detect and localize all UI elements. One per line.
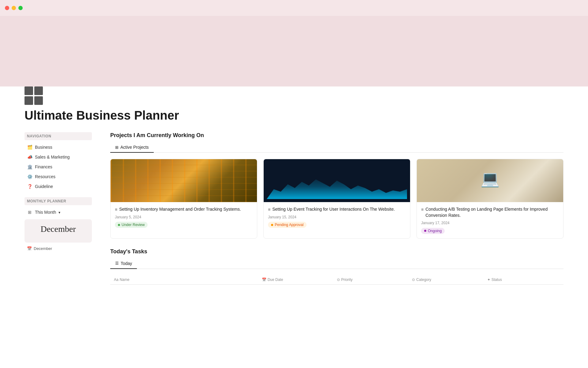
col-due-date: 📅 Due Date [262, 278, 334, 282]
status-badge-ab: Ongoing [421, 228, 445, 234]
tab-today-label: Today [121, 261, 132, 266]
project-card-title-row-inventory: ≡ Setting Up Inventory Management and Or… [115, 206, 253, 213]
maximize-button[interactable] [18, 6, 23, 10]
project-card-body-inventory: ≡ Setting Up Inventory Management and Or… [111, 202, 257, 232]
col-category-label: Category [416, 278, 431, 282]
banner-image [0, 16, 588, 96]
project-card-body-ab-testing: ≡ Conducting A/B Testing on Landing Page… [417, 202, 563, 238]
briefcase-icon: 🗂️ [27, 145, 32, 150]
tasks-section: Today's Tasks ☰ Today Aa Name 📅 [110, 248, 564, 285]
project-card-image-warehouse [111, 159, 257, 202]
name-col-icon: Aa [114, 278, 119, 282]
list-icon-3: ≡ [421, 207, 424, 212]
project-card-inventory[interactable]: ≡ Setting Up Inventory Management and Or… [110, 159, 257, 239]
project-card-event-tracking[interactable]: ≡ Setting Up Event Tracking for User Int… [263, 159, 410, 239]
status-dot-ab [424, 230, 426, 232]
sidebar-monthly-planner: Monthly Planner ⊞ This Month December 📅 … [24, 197, 92, 252]
page-content: Ultimate Business Planner Navigation 🗂️ … [0, 86, 588, 285]
status-badge-inventory: Under Review [115, 222, 148, 228]
col-category: ⊙ Category [412, 278, 484, 282]
col-name-label: Name [120, 278, 130, 282]
minimize-button[interactable] [12, 6, 16, 10]
calendar-month: December [29, 224, 87, 234]
due-date-icon: 📅 [262, 278, 266, 282]
grid-cell-3 [24, 96, 33, 105]
projects-section: Projects I Am Currently Working On ⊞ Act… [110, 132, 564, 239]
sidebar-monthly-heading: Monthly Planner [24, 197, 92, 205]
calendar-icon: 📅 [27, 246, 32, 251]
status-label-ab: Ongoing [428, 229, 442, 233]
project-card-title-event: Setting Up Event Tracking for User Inter… [272, 206, 395, 213]
grid-small-icon: ⊞ [27, 210, 32, 215]
sidebar-item-label-resources: Resources [35, 174, 55, 179]
main-content: Projects I Am Currently Working On ⊞ Act… [98, 132, 564, 285]
sidebar-item-label-business: Business [35, 145, 52, 150]
sidebar-item-finances[interactable]: 🏛️ Finances [24, 162, 92, 171]
sidebar-item-guideline[interactable]: ❓ Guideline [24, 182, 92, 191]
calendar-footer[interactable]: 📅 December [24, 245, 92, 252]
col-due-date-label: Due Date [268, 278, 283, 282]
sidebar-item-business[interactable]: 🗂️ Business [24, 143, 92, 152]
main-layout: Navigation 🗂️ Business 📣 Sales & Marketi… [24, 132, 564, 285]
category-icon: ⊙ [412, 278, 415, 282]
calendar-card: December [24, 219, 92, 243]
status-dot-event [271, 224, 273, 226]
project-card-title-inventory: Setting Up Inventory Management and Orde… [119, 206, 241, 213]
grid-cell-1 [24, 86, 33, 95]
project-card-ab-testing[interactable]: ≡ Conducting A/B Testing on Landing Page… [417, 159, 564, 239]
project-card-body-event-tracking: ≡ Setting Up Event Tracking for User Int… [264, 202, 410, 232]
tab-active-projects-label: Active Projects [120, 145, 149, 150]
sidebar-item-label-sales: Sales & Marketing [35, 155, 70, 159]
megaphone-icon: 📣 [27, 155, 32, 159]
col-name: Aa Name [114, 278, 259, 282]
bank-icon: 🏛️ [27, 164, 32, 169]
this-month-label: This Month [35, 210, 56, 215]
project-card-image-laptop [417, 159, 563, 202]
status-label-inventory: Under Review [122, 223, 145, 227]
status-badge-event: Pending Approval [268, 222, 307, 228]
project-card-date-inventory: January 5, 2024 [115, 215, 253, 219]
sidebar-item-label-finances: Finances [35, 164, 52, 169]
grid-cell-2 [34, 86, 43, 95]
project-card-title-ab: Conducting A/B Testing on Landing Page E… [425, 206, 559, 218]
close-button[interactable] [5, 6, 9, 10]
tab-active-projects[interactable]: ⊞ Active Projects [110, 142, 154, 153]
tasks-heading: Today's Tasks [110, 248, 564, 255]
status-icon: ✦ [487, 278, 490, 282]
list-icon-2: ≡ [268, 207, 270, 212]
tasks-table-header: Aa Name 📅 Due Date ⊙ Priority ⊙ Category [110, 275, 564, 285]
sidebar-item-sales-marketing[interactable]: 📣 Sales & Marketing [24, 152, 92, 162]
col-priority: ⊙ Priority [337, 278, 409, 282]
list-icon: ≡ [115, 207, 117, 212]
titlebar [0, 0, 588, 16]
grid-icon [24, 86, 43, 105]
page-title: Ultimate Business Planner [24, 109, 564, 122]
projects-heading: Projects I Am Currently Working On [110, 132, 564, 139]
project-card-title-row-ab: ≡ Conducting A/B Testing on Landing Page… [421, 206, 559, 218]
tab-today-icon: ☰ [115, 261, 119, 266]
gear-icon: ⚙️ [27, 174, 32, 179]
page-icon [24, 86, 564, 105]
calendar-footer-label: December [34, 246, 52, 251]
tab-today[interactable]: ☰ Today [110, 259, 137, 269]
tab-grid-icon: ⊞ [115, 145, 119, 150]
projects-tabs: ⊞ Active Projects [110, 142, 564, 153]
col-status-label: Status [492, 278, 502, 282]
tasks-tabs: ☰ Today [110, 259, 564, 269]
question-icon: ❓ [27, 184, 32, 189]
sidebar-this-month[interactable]: ⊞ This Month [24, 208, 92, 217]
project-card-title-row-event: ≡ Setting Up Event Tracking for User Int… [268, 206, 406, 213]
status-dot-inventory [118, 224, 120, 226]
grid-cell-4 [34, 96, 43, 105]
sidebar: Navigation 🗂️ Business 📣 Sales & Marketi… [24, 132, 98, 285]
col-priority-label: Priority [341, 278, 352, 282]
status-label-event: Pending Approval [275, 223, 303, 227]
sidebar-navigation-heading: Navigation [24, 132, 92, 140]
priority-icon: ⊙ [337, 278, 340, 282]
sidebar-item-resources[interactable]: ⚙️ Resources [24, 172, 92, 181]
project-cards-grid: ≡ Setting Up Inventory Management and Or… [110, 159, 564, 239]
chevron-down-icon [58, 210, 60, 215]
sidebar-item-label-guideline: Guideline [35, 184, 53, 189]
project-card-date-ab: January 17, 2024 [421, 221, 559, 225]
project-card-date-event: January 15, 2024 [268, 215, 406, 219]
